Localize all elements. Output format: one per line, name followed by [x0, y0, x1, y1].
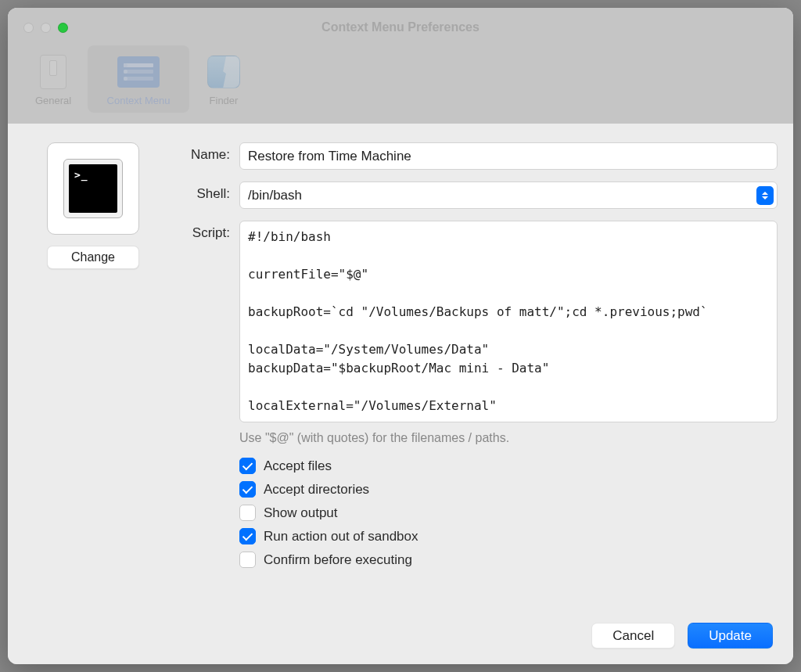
- traffic-lights: [23, 23, 68, 33]
- checkbox-icon: [239, 505, 256, 521]
- checkbox-icon: [239, 458, 256, 474]
- toolbar-tabs: General Context Menu Finder: [20, 45, 257, 113]
- name-row: Name:: [174, 142, 778, 170]
- tab-label: Context Menu: [107, 95, 171, 106]
- script-label: Script:: [174, 221, 230, 241]
- checkbox-label: Show output: [264, 505, 338, 521]
- change-icon-button[interactable]: Change: [47, 246, 139, 269]
- tab-label: Finder: [210, 95, 239, 106]
- name-label: Name:: [174, 142, 230, 163]
- checkbox-icon: [239, 552, 256, 568]
- shell-value: /bin/bash: [248, 188, 756, 203]
- checkbox-label: Accept files: [264, 458, 332, 474]
- titlebar: Context Menu Preferences General Context…: [8, 8, 793, 124]
- script-textarea[interactable]: [239, 221, 778, 422]
- zoom-window-button[interactable]: [58, 23, 68, 33]
- checkbox-label: Accept directories: [264, 482, 369, 498]
- shell-row: Shell: /bin/bash: [174, 181, 778, 209]
- sheet-buttons: Cancel Update: [591, 623, 773, 649]
- shell-label: Shell:: [174, 181, 230, 202]
- general-icon: [40, 52, 66, 92]
- run-out-of-sandbox-option[interactable]: Run action out of sandbox: [239, 528, 778, 544]
- options-group: Accept files Accept directories Show out…: [239, 458, 778, 568]
- window-title: Context Menu Preferences: [8, 20, 793, 34]
- finder-icon: [207, 52, 240, 92]
- checkbox-label: Run action out of sandbox: [264, 529, 418, 544]
- show-output-option[interactable]: Show output: [239, 505, 778, 521]
- tab-context-menu[interactable]: Context Menu: [88, 45, 189, 113]
- terminal-icon: [63, 159, 123, 218]
- context-menu-icon: [117, 52, 160, 92]
- script-hint: Use "$@" (with quotes) for the filenames…: [239, 431, 778, 445]
- checkbox-icon: [239, 481, 256, 498]
- accept-files-option[interactable]: Accept files: [239, 458, 778, 474]
- update-button[interactable]: Update: [688, 623, 773, 649]
- edit-action-sheet: Change Name: Shell: /bin/bash Script:: [8, 124, 793, 664]
- tab-finder[interactable]: Finder: [191, 45, 257, 113]
- cancel-button[interactable]: Cancel: [591, 623, 675, 649]
- script-row: Script:: [174, 221, 778, 422]
- minimize-window-button[interactable]: [41, 23, 51, 33]
- tab-general[interactable]: General: [20, 45, 86, 113]
- icon-column: Change: [34, 142, 152, 649]
- form-column: Name: Shell: /bin/bash Script: Use "$@" …: [174, 142, 778, 649]
- name-input[interactable]: [239, 142, 778, 170]
- action-icon-well[interactable]: [47, 142, 139, 235]
- close-window-button[interactable]: [23, 23, 34, 33]
- preferences-window: Context Menu Preferences General Context…: [8, 8, 793, 664]
- confirm-before-executing-option[interactable]: Confirm before executing: [239, 552, 778, 568]
- checkbox-label: Confirm before executing: [264, 552, 412, 568]
- shell-select[interactable]: /bin/bash: [239, 181, 778, 209]
- tab-label: General: [35, 95, 71, 106]
- accept-directories-option[interactable]: Accept directories: [239, 481, 778, 498]
- dropdown-arrows-icon: [756, 186, 774, 205]
- checkbox-icon: [239, 528, 256, 544]
